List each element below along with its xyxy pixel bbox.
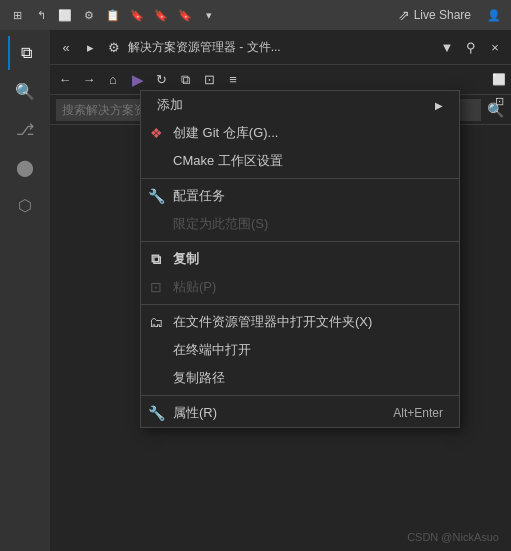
side-icon-2[interactable]: ⊡ (489, 91, 509, 111)
nav-paste-button[interactable]: ⊡ (198, 69, 220, 91)
sidebar-debug-icon[interactable]: ⬤ (8, 150, 42, 184)
menu-item-cmake[interactable]: CMake 工作区设置 (141, 147, 459, 175)
toolbar-icon-2[interactable]: ↰ (32, 6, 50, 24)
toolbar-right: ⇗ Live Share 👤 (392, 5, 503, 25)
menu-item-add[interactable]: 添加 ▶ (141, 91, 459, 119)
toolbar-icon-8[interactable]: 🔖 (176, 6, 194, 24)
separator-3 (141, 304, 459, 305)
menu-item-paste-label: 粘贴(P) (173, 278, 216, 296)
toolbar-icon-9[interactable]: ▾ (200, 6, 218, 24)
separator-4 (141, 395, 459, 396)
menu-item-properties[interactable]: 🔧 属性(R) Alt+Enter (141, 399, 459, 427)
separator-1 (141, 178, 459, 179)
menu-item-open-terminal-label: 在终端中打开 (173, 341, 251, 359)
menu-item-configure-task-label: 配置任务 (173, 187, 225, 205)
submenu-arrow-icon: ▶ (435, 100, 443, 111)
panel-title: 解决方案资源管理器 - 文件... (128, 39, 433, 56)
wrench-icon: 🔧 (147, 187, 165, 205)
menu-item-copy-path-label: 复制路径 (173, 369, 225, 387)
toolbar-icon-1[interactable]: ⊞ (8, 6, 26, 24)
toolbar-icon-4[interactable]: ⚙ (80, 6, 98, 24)
menu-item-configure-task[interactable]: 🔧 配置任务 (141, 182, 459, 210)
panel-header: « ▸ ⚙ 解决方案资源管理器 - 文件... ▼ ⚲ × ⬜ ⊡ (50, 30, 511, 65)
live-share-label: Live Share (414, 8, 471, 22)
nav-forward-button[interactable]: → (78, 69, 100, 91)
watermark: CSDN @NickAsuo (407, 531, 499, 543)
panel-pin-button[interactable]: ⚲ (461, 37, 481, 57)
sidebar-extensions-icon[interactable]: ⬡ (8, 188, 42, 222)
sidebar-git-icon[interactable]: ⎇ (8, 112, 42, 146)
top-toolbar: ⊞ ↰ ⬜ ⚙ 📋 🔖 🔖 🔖 ▾ ⇗ Live Share 👤 (0, 0, 511, 30)
menu-item-properties-label: 属性(R) (173, 404, 217, 422)
toolbar-icon-5[interactable]: 📋 (104, 6, 122, 24)
properties-shortcut: Alt+Enter (393, 406, 443, 420)
menu-item-open-folder-label: 在文件资源管理器中打开文件夹(X) (173, 313, 372, 331)
menu-item-limit-scope: 限定为此范围(S) (141, 210, 459, 238)
menu-item-add-label: 添加 (157, 96, 183, 114)
menu-item-cmake-label: CMake 工作区设置 (173, 152, 283, 170)
menu-item-copy-label: 复制 (173, 250, 199, 268)
panel-settings-button[interactable]: ⚙ (104, 37, 124, 57)
panel-close-button[interactable]: × (485, 37, 505, 57)
menu-item-create-git[interactable]: ❖ 创建 Git 仓库(G)... (141, 119, 459, 147)
toolbar-icon-7[interactable]: 🔖 (152, 6, 170, 24)
nav-vs-button[interactable]: ▶ (126, 69, 148, 91)
account-icon[interactable]: 👤 (485, 6, 503, 24)
toolbar-icon-6[interactable]: 🔖 (128, 6, 146, 24)
menu-item-limit-scope-label: 限定为此范围(S) (173, 215, 268, 233)
live-share-button[interactable]: ⇗ Live Share (392, 5, 477, 25)
watermark-text: CSDN @NickAsuo (407, 531, 499, 543)
sidebar-search-icon[interactable]: 🔍 (8, 74, 42, 108)
menu-item-paste: ⊡ 粘贴(P) (141, 273, 459, 301)
properties-wrench-icon: 🔧 (147, 404, 165, 422)
panel-refresh-button[interactable]: ▸ (80, 37, 100, 57)
toolbar-icon-3[interactable]: ⬜ (56, 6, 74, 24)
paste-icon: ⊡ (147, 278, 165, 296)
folder-icon: 🗂 (147, 313, 165, 331)
panel-dropdown-button[interactable]: ▼ (437, 37, 457, 57)
side-toolbar: ⬜ ⊡ (487, 65, 511, 115)
nav-settings-button[interactable]: ≡ (222, 69, 244, 91)
nav-sync-button[interactable]: ↻ (150, 69, 172, 91)
nav-copy-button[interactable]: ⧉ (174, 69, 196, 91)
git-icon: ❖ (147, 124, 165, 142)
menu-item-open-terminal[interactable]: 在终端中打开 (141, 336, 459, 364)
activity-bar: ⧉ 🔍 ⎇ ⬤ ⬡ (0, 30, 50, 551)
menu-item-copy-path[interactable]: 复制路径 (141, 364, 459, 392)
side-icon-1[interactable]: ⬜ (489, 69, 509, 89)
toolbar-left: ⊞ ↰ ⬜ ⚙ 📋 🔖 🔖 🔖 ▾ (8, 6, 218, 24)
menu-item-copy[interactable]: ⧉ 复制 (141, 245, 459, 273)
nav-back-button[interactable]: ← (54, 69, 76, 91)
context-menu: 添加 ▶ ❖ 创建 Git 仓库(G)... CMake 工作区设置 🔧 配置任… (140, 90, 460, 428)
menu-item-create-git-label: 创建 Git 仓库(G)... (173, 124, 278, 142)
copy-icon: ⧉ (147, 250, 165, 268)
separator-2 (141, 241, 459, 242)
main-panel: « ▸ ⚙ 解决方案资源管理器 - 文件... ▼ ⚲ × ⬜ ⊡ ← → ⌂ … (50, 30, 511, 551)
live-share-icon: ⇗ (398, 7, 410, 23)
sidebar-explorer-icon[interactable]: ⧉ (8, 36, 42, 70)
panel-expand-button[interactable]: « (56, 37, 76, 57)
menu-item-open-folder[interactable]: 🗂 在文件资源管理器中打开文件夹(X) (141, 308, 459, 336)
nav-home-button[interactable]: ⌂ (102, 69, 124, 91)
